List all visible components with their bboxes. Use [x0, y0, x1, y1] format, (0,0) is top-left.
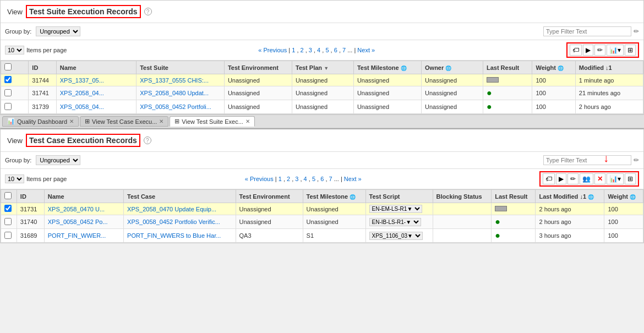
suite-groupby-select[interactable]: Ungrouped: [36, 26, 80, 36]
suite-col-name[interactable]: Name: [56, 61, 137, 74]
suite-select-all[interactable]: [4, 63, 12, 70]
case-run-button[interactable]: ▶: [556, 173, 566, 184]
case-items-select[interactable]: 10: [5, 174, 24, 183]
case-filter-edit-icon[interactable]: ✏: [634, 156, 639, 164]
case-table-row: 31731 XPS_2058_0470 U... XPS_2058_0470 U…: [1, 203, 643, 215]
suite-items-per-page: 10 Items per page: [5, 46, 67, 54]
case-page-6[interactable]: 6: [320, 176, 324, 182]
suite-row-name-link[interactable]: XPS_0058_04...: [60, 103, 104, 110]
suite-col-id[interactable]: ID: [29, 61, 56, 74]
case-tag-button[interactable]: 🏷: [543, 173, 555, 184]
case-col-name[interactable]: Name: [44, 190, 123, 203]
suite-col-env[interactable]: Test Environment: [224, 61, 292, 74]
case-columns-button[interactable]: ⊞: [625, 173, 636, 184]
case-page-4[interactable]: 4: [304, 176, 307, 182]
case-page-1[interactable]: 1: [279, 176, 282, 182]
case-col-lastresult[interactable]: Last Result: [492, 190, 536, 203]
tab-testcase-close[interactable]: ✕: [159, 118, 163, 124]
tab-quality-dashboard[interactable]: 📊 Quality Dashboard ✕: [2, 116, 79, 127]
suite-col-milestone[interactable]: Test Milestone 🌐: [353, 61, 421, 74]
case-col-weight[interactable]: Weight 🌐: [604, 190, 643, 203]
tab-testsuite-close[interactable]: ✕: [245, 118, 250, 124]
suite-col-suite[interactable]: Test Suite: [137, 61, 225, 74]
case-page-2[interactable]: 2: [287, 176, 290, 182]
case-row-weight: 100: [604, 203, 643, 215]
suite-col-plan[interactable]: Test Plan ▼: [292, 61, 353, 74]
case-col-blocking[interactable]: Blocking Status: [433, 190, 492, 203]
case-row-script-select[interactable]: EN-IB-LS-R1-▼: [369, 218, 421, 226]
case-row-testcase-link[interactable]: XPS_2058_0470 Update Equip...: [127, 206, 216, 212]
suite-row-checkbox[interactable]: [4, 89, 12, 96]
case-page-3[interactable]: 3: [295, 176, 298, 182]
suite-row-suite-link[interactable]: XPS_2058_0480 Updat...: [140, 90, 209, 96]
case-export-button[interactable]: 📊▾: [607, 173, 624, 184]
case-row-lastmod: 3 hours ago: [536, 229, 604, 243]
case-row-name-link[interactable]: XPS_0058_0452 Po...: [48, 219, 108, 225]
suite-columns-button[interactable]: ⊞: [625, 45, 636, 56]
case-groupby-select[interactable]: Ungrouped: [36, 155, 80, 165]
case-row-checkbox[interactable]: [4, 205, 12, 212]
case-col-env[interactable]: Test Environment: [236, 190, 303, 203]
suite-items-select[interactable]: 10: [5, 46, 24, 54]
suite-page-2[interactable]: 2: [301, 47, 304, 53]
suite-col-weight[interactable]: Weight 🌐: [532, 61, 575, 74]
suite-export-button[interactable]: 📊▾: [607, 45, 624, 56]
suite-page-7[interactable]: 7: [342, 47, 346, 53]
suite-col-modified[interactable]: Modified ↓1: [575, 61, 643, 74]
suite-row-checkbox[interactable]: [4, 76, 12, 83]
tab-quality-close[interactable]: ✕: [69, 118, 74, 124]
suite-col-owner[interactable]: Owner 🌐: [422, 61, 483, 74]
suite-row-id: 31741: [29, 86, 56, 100]
case-row-testcase-link[interactable]: PORT_FIN_WWERS to Blue Har...: [127, 232, 221, 239]
suite-row-name-link[interactable]: XPS_1337_05...: [60, 77, 104, 84]
case-row-name-link[interactable]: XPS_2058_0470 U...: [48, 206, 105, 212]
case-edit-button[interactable]: ✏: [567, 173, 578, 184]
case-col-lastmod[interactable]: Last Modified ↓1 🌐: [536, 190, 604, 203]
case-prev-link[interactable]: « Previous: [245, 176, 274, 182]
result-green-icon: ●: [487, 102, 492, 111]
case-page-7[interactable]: 7: [329, 176, 332, 182]
suite-prev-link[interactable]: « Previous: [258, 47, 287, 53]
case-row-name-link[interactable]: PORT_FIN_WWER...: [48, 232, 106, 239]
case-row-script-select[interactable]: EN-EM-LS-R1▼: [369, 205, 422, 213]
case-col-script[interactable]: Test Script: [365, 190, 433, 203]
suite-page-6[interactable]: 6: [334, 47, 337, 53]
suite-edit-button[interactable]: ✏: [594, 45, 605, 56]
case-next-link[interactable]: Next »: [344, 176, 362, 182]
case-page-5[interactable]: 5: [312, 176, 315, 182]
test-case-panel: View Test Case Execution Records ? Group…: [0, 128, 644, 243]
case-groupby-label: Group by:: [5, 157, 31, 163]
suite-row-checkbox[interactable]: [4, 103, 12, 110]
case-col-milestone[interactable]: Test Milestone 🌐: [303, 190, 365, 203]
case-col-testcase[interactable]: Test Case: [124, 190, 236, 203]
suite-filter-edit-icon[interactable]: ✏: [634, 28, 639, 35]
tab-testsuite-exec[interactable]: ⊞ View Test Suite Exec... ✕: [170, 116, 254, 127]
case-row-checkbox[interactable]: [4, 232, 12, 239]
suite-page-3[interactable]: 3: [309, 47, 312, 53]
suite-filter-input[interactable]: [543, 26, 631, 36]
suite-run-button[interactable]: ▶: [583, 45, 593, 56]
suite-help-icon[interactable]: ?: [144, 8, 152, 15]
tab-testcase-exec[interactable]: ⊞ View Test Case Execu... ✕: [80, 116, 168, 127]
case-filter-input[interactable]: [543, 155, 631, 165]
suite-action-buttons: 🏷 ▶ ✏ 📊▾ ⊞: [566, 42, 639, 58]
suite-row-name-link[interactable]: XPS_2058_04...: [60, 90, 104, 96]
suite-row-suite-link[interactable]: XPS_0058_0452 Portfoli...: [140, 103, 211, 110]
suite-page-1[interactable]: 1: [292, 47, 295, 53]
suite-table: ID Name Test Suite Test Environment Test…: [1, 61, 643, 114]
suite-col-lastresult[interactable]: Last Result: [483, 61, 532, 74]
suite-groupby-label: Group by:: [5, 28, 31, 35]
case-assign-button[interactable]: 👥: [580, 173, 593, 184]
suite-page-4[interactable]: 4: [317, 47, 320, 53]
suite-tag-button[interactable]: 🏷: [570, 45, 582, 56]
suite-row-suite-link[interactable]: XPS_1337_0555 CHIS:...: [140, 77, 209, 84]
case-row-checkbox[interactable]: [4, 218, 12, 225]
case-help-icon[interactable]: ?: [144, 137, 151, 144]
case-select-all[interactable]: [4, 192, 12, 199]
case-col-id[interactable]: ID: [17, 190, 44, 203]
suite-next-link[interactable]: Next »: [357, 47, 375, 53]
case-delete-button[interactable]: ✕: [594, 173, 605, 184]
case-row-testcase-link[interactable]: XPS_0058_0452 Portfolio Verific...: [127, 219, 220, 225]
suite-page-5[interactable]: 5: [325, 47, 329, 53]
case-row-script-select[interactable]: XPS_1106_03▼: [369, 232, 423, 240]
